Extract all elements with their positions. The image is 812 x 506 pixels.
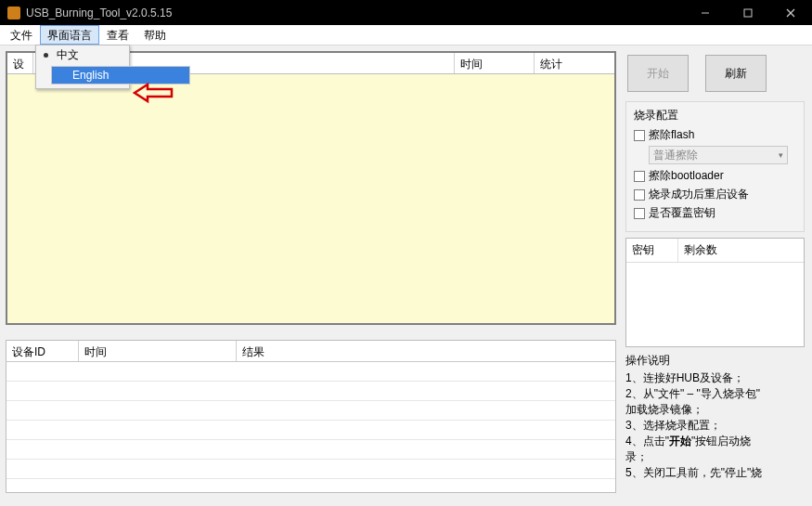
label-reboot: 烧录成功后重启设备 [649, 187, 749, 202]
label-erase-flash: 擦除flash [649, 127, 694, 143]
lower-table-body [6, 362, 615, 492]
opt-reboot[interactable]: 烧录成功后重启设备 [634, 187, 796, 202]
table-row [6, 401, 615, 421]
language-label-chinese: 中文 [57, 47, 79, 63]
menu-language[interactable]: 界面语言 [40, 25, 99, 45]
start-button[interactable]: 开始 [627, 55, 689, 92]
menu-file[interactable]: 文件 [3, 25, 40, 45]
bullet-icon [44, 53, 48, 58]
instruction-line: 2、从"文件" – "导入烧录包" [625, 386, 805, 402]
table-row [6, 460, 615, 479]
minimize-button[interactable] [684, 0, 727, 25]
header-device: 设 [7, 53, 33, 73]
language-option-chinese[interactable]: 中文 [36, 45, 129, 64]
menu-bar: 文件 界面语言 查看 帮助 中文 English [0, 25, 812, 45]
lower-table-header: 设备ID 时间 结果 [6, 341, 615, 362]
label-override-key: 是否覆盖密钥 [649, 205, 715, 221]
instruction-line: 5、关闭工具前，先"停止"烧 [625, 465, 805, 481]
lower-table: 设备ID 时间 结果 [6, 340, 616, 493]
upper-table: 设 时间 统计 [6, 51, 616, 325]
erase-mode-select[interactable]: 普通擦除 ▾ [649, 146, 788, 164]
opt-override-key[interactable]: 是否覆盖密钥 [634, 205, 796, 221]
table-row [6, 421, 615, 440]
checkbox-icon [634, 208, 645, 219]
header-result: 结果 [237, 341, 615, 361]
svg-rect-1 [744, 9, 752, 17]
instruction-line: 录； [625, 449, 805, 465]
label-erase-boot: 擦除bootloader [649, 168, 724, 184]
header-time: 时间 [455, 53, 535, 73]
erase-mode-value: 普通擦除 [653, 148, 698, 163]
window-title: USB_Burning_Tool_v2.0.5.15 [26, 6, 684, 19]
opt-erase-bootloader[interactable]: 擦除bootloader [634, 168, 796, 184]
instructions-title: 操作说明 [625, 353, 805, 369]
table-row [6, 382, 615, 401]
t: 开始 [669, 435, 691, 448]
language-option-english[interactable]: English [51, 66, 190, 84]
maximize-button[interactable] [727, 0, 769, 25]
table-row [6, 362, 615, 382]
key-table: 密钥 剩余数 [625, 238, 805, 347]
close-button[interactable] [769, 0, 812, 25]
instruction-line: 4、点击"开始"按钮启动烧 [625, 434, 805, 449]
instruction-line: 3、选择烧录配置； [625, 418, 805, 434]
upper-table-body [7, 74, 614, 323]
header-stat: 统计 [535, 53, 614, 73]
instruction-line: 加载烧录镜像； [625, 402, 805, 418]
chevron-down-icon: ▾ [779, 150, 783, 160]
header-time2: 时间 [79, 341, 237, 361]
burn-config-panel: 烧录配置 擦除flash 普通擦除 ▾ 擦除bootloader 烧录成功后重启… [625, 101, 805, 232]
key-header-key: 密钥 [626, 239, 678, 262]
checkbox-icon [634, 171, 645, 182]
instruction-line: 1、连接好HUB及设备； [625, 370, 805, 386]
refresh-button[interactable]: 刷新 [705, 55, 767, 92]
checkbox-icon [634, 189, 645, 201]
t: "按钮启动烧 [691, 435, 751, 448]
annotation-arrow-icon [135, 83, 175, 106]
menu-view[interactable]: 查看 [99, 25, 136, 45]
svg-marker-4 [135, 84, 172, 101]
t: 4、点击" [625, 435, 669, 448]
table-row [6, 440, 615, 460]
title-bar: USB_Burning_Tool_v2.0.5.15 [0, 0, 812, 25]
checkbox-icon [634, 130, 645, 141]
language-dropdown: 中文 English [35, 45, 130, 89]
opt-erase-flash[interactable]: 擦除flash [634, 127, 796, 143]
config-title: 烧录配置 [634, 108, 796, 123]
instructions-panel: 操作说明 1、连接好HUB及设备； 2、从"文件" – "导入烧录包" 加载烧录… [625, 353, 805, 481]
key-header-remain: 剩余数 [678, 239, 723, 262]
t: 5、关闭工具前，先"停止"烧 [625, 466, 762, 479]
language-label-english: English [72, 69, 109, 82]
menu-help[interactable]: 帮助 [136, 25, 174, 45]
button-row: 开始 刷新 [625, 51, 805, 96]
header-device-id: 设备ID [6, 341, 79, 361]
app-icon [7, 6, 20, 19]
key-table-header: 密钥 剩余数 [626, 239, 804, 263]
